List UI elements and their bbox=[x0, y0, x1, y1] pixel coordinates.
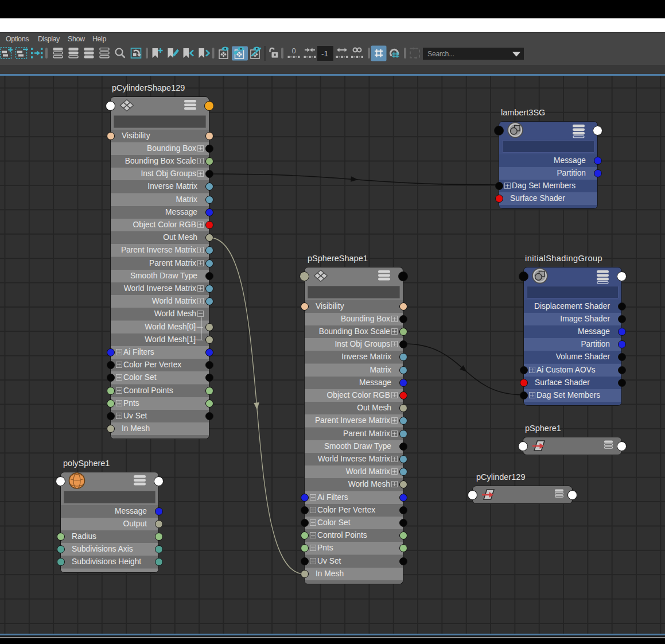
svg-text:-1: -1 bbox=[321, 49, 328, 58]
svg-text:Search...: Search... bbox=[427, 50, 454, 58]
svg-text:0: 0 bbox=[291, 46, 295, 55]
